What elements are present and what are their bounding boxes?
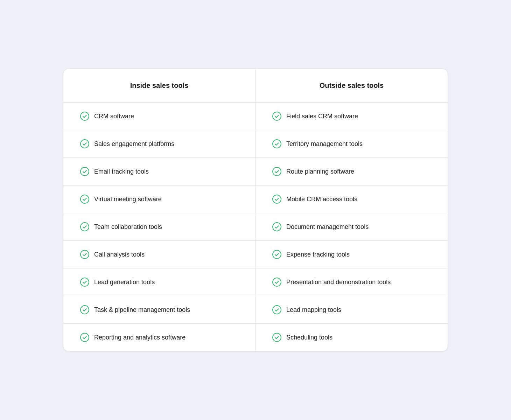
outside-sales-header: Outside sales tools xyxy=(255,69,448,103)
check-icon xyxy=(272,278,281,287)
inside-cell-5: Call analysis tools xyxy=(63,241,255,268)
inside-sales-header-label: Inside sales tools xyxy=(130,82,189,89)
svg-point-10 xyxy=(80,250,89,259)
outside-cell-label-6: Presentation and demonstration tools xyxy=(286,279,391,286)
outside-cell-6: Presentation and demonstration tools xyxy=(255,268,448,296)
inside-cell-label-2: Email tracking tools xyxy=(94,168,149,175)
inside-cell-4: Team collaboration tools xyxy=(63,213,255,241)
svg-point-13 xyxy=(273,278,281,286)
inside-cell-2: Email tracking tools xyxy=(63,158,255,186)
outside-cell-7: Lead mapping tools xyxy=(255,296,448,324)
check-icon xyxy=(80,222,89,231)
check-icon xyxy=(272,333,281,342)
outside-cell-3: Mobile CRM access tools xyxy=(255,186,448,213)
outside-sales-header-label: Outside sales tools xyxy=(320,82,384,89)
svg-point-4 xyxy=(80,167,89,176)
check-icon xyxy=(80,112,89,121)
inside-cell-7: Task & pipeline management tools xyxy=(63,296,255,324)
svg-point-12 xyxy=(80,278,89,286)
inside-cell-1: Sales engagement platforms xyxy=(63,130,255,158)
outside-cell-label-4: Document management tools xyxy=(286,223,369,231)
svg-point-15 xyxy=(273,306,281,314)
svg-point-3 xyxy=(273,140,281,148)
svg-point-14 xyxy=(80,306,89,314)
outside-cell-label-5: Expense tracking tools xyxy=(286,251,350,258)
outside-cell-4: Document management tools xyxy=(255,213,448,241)
check-icon xyxy=(80,305,89,314)
outside-cell-label-7: Lead mapping tools xyxy=(286,306,341,314)
outside-cell-label-1: Territory management tools xyxy=(286,140,363,148)
outside-cell-0: Field sales CRM software xyxy=(255,103,448,130)
svg-point-2 xyxy=(80,140,89,148)
outside-cell-label-0: Field sales CRM software xyxy=(286,113,358,120)
outside-cell-1: Territory management tools xyxy=(255,130,448,158)
svg-point-11 xyxy=(273,250,281,259)
svg-point-6 xyxy=(80,195,89,203)
check-icon xyxy=(80,167,89,176)
check-icon xyxy=(80,139,89,148)
check-icon xyxy=(272,112,281,121)
inside-cell-label-3: Virtual meeting software xyxy=(94,196,162,203)
outside-cell-5: Expense tracking tools xyxy=(255,241,448,268)
check-icon xyxy=(272,139,281,148)
check-icon xyxy=(272,195,281,204)
check-icon xyxy=(272,167,281,176)
svg-point-1 xyxy=(273,112,281,120)
inside-sales-header: Inside sales tools xyxy=(63,69,255,103)
outside-cell-8: Scheduling tools xyxy=(255,324,448,351)
check-icon xyxy=(272,222,281,231)
check-icon xyxy=(272,305,281,314)
outside-cell-2: Route planning software xyxy=(255,158,448,186)
outside-cell-label-2: Route planning software xyxy=(286,168,354,175)
inside-cell-6: Lead generation tools xyxy=(63,268,255,296)
check-icon xyxy=(80,195,89,204)
inside-cell-3: Virtual meeting software xyxy=(63,186,255,213)
svg-point-9 xyxy=(273,223,281,231)
inside-cell-0: CRM software xyxy=(63,103,255,130)
inside-cell-label-0: CRM software xyxy=(94,113,134,120)
check-icon xyxy=(80,333,89,342)
inside-cell-label-1: Sales engagement platforms xyxy=(94,140,174,148)
svg-point-0 xyxy=(80,112,89,120)
inside-cell-label-6: Lead generation tools xyxy=(94,279,155,286)
svg-point-5 xyxy=(273,167,281,176)
check-icon xyxy=(272,250,281,259)
outside-cell-label-3: Mobile CRM access tools xyxy=(286,196,357,203)
svg-point-7 xyxy=(273,195,281,203)
inside-cell-label-4: Team collaboration tools xyxy=(94,223,162,231)
svg-point-8 xyxy=(80,223,89,231)
check-icon xyxy=(80,278,89,287)
inside-cell-label-8: Reporting and analytics software xyxy=(94,334,186,341)
svg-point-17 xyxy=(273,333,281,342)
table-grid: Inside sales tools Outside sales tools C… xyxy=(63,69,448,351)
check-icon xyxy=(80,250,89,259)
inside-cell-8: Reporting and analytics software xyxy=(63,324,255,351)
outside-cell-label-8: Scheduling tools xyxy=(286,334,332,341)
svg-point-16 xyxy=(80,333,89,342)
comparison-table: Inside sales tools Outside sales tools C… xyxy=(63,69,448,351)
inside-cell-label-7: Task & pipeline management tools xyxy=(94,306,190,314)
inside-cell-label-5: Call analysis tools xyxy=(94,251,145,258)
